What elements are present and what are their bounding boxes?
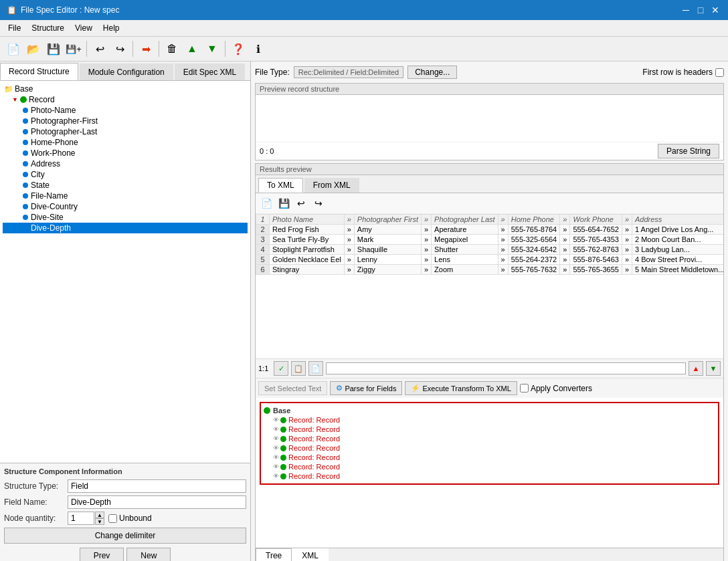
undo-button[interactable]: ↩ [90, 39, 109, 58]
change-file-type-button[interactable]: Change... [407, 66, 457, 79]
set-selected-text-button[interactable]: Set Selected Text [258, 381, 327, 395]
tab-to-xml[interactable]: To XML [258, 178, 303, 193]
xml-record-5[interactable]: 👁 Record: Record [264, 453, 715, 462]
close-button[interactable]: ✕ [709, 4, 721, 16]
result-save-button[interactable]: 💾 [276, 195, 292, 211]
maximize-button[interactable]: □ [695, 4, 707, 16]
xml-record-6[interactable]: 👁 Record: Record [264, 462, 715, 471]
tree-item-home-phone[interactable]: Home-Phone [3, 137, 248, 148]
eye-icon-4: 👁 [273, 445, 279, 451]
table-row: 2 Red Frog Fish » Amy » Aperature » 555-… [256, 225, 724, 235]
delete-button[interactable]: 🗑 [163, 39, 181, 58]
change-delimiter-button[interactable]: Change delimiter [4, 528, 246, 544]
field-label-file-name: File-Name [31, 191, 68, 201]
node-qty-input[interactable] [68, 512, 94, 525]
row5-num: 5 [256, 255, 270, 265]
record-label-3: Record: Record [288, 435, 340, 443]
row5-work: 555-876-5463 [570, 255, 622, 265]
title-bar-controls: ─ □ ✕ [680, 4, 721, 16]
row6-photo: Stingray [270, 265, 345, 275]
tree-item-record[interactable]: ▼ Record [3, 94, 248, 105]
tree-item-photographer-last[interactable]: Photographer-Last [3, 126, 248, 137]
tab-xml[interactable]: XML [292, 548, 329, 561]
first-row-checkbox[interactable] [715, 68, 724, 77]
node-qty-up[interactable]: ▲ [95, 512, 104, 518]
separator-1 [86, 41, 87, 57]
tree-item-dive-depth[interactable]: Dive-Depth [3, 223, 248, 233]
row5-addr: 4 Bow Street Provi... [632, 255, 723, 265]
result-undo-button[interactable]: ↩ [293, 195, 309, 211]
execute-transform-button[interactable]: ⚡ Execute Transform To XML [405, 381, 517, 395]
data-table-container[interactable]: 1 Photo Name » Photographer First » Phot… [256, 214, 723, 358]
menu-help[interactable]: Help [98, 21, 125, 35]
xml-record-2[interactable]: 👁 Record: Record [264, 425, 715, 434]
minimize-button[interactable]: ─ [680, 4, 692, 16]
tab-from-xml[interactable]: From XML [304, 178, 359, 193]
file-type-row: File Type: Rec:Delimited / Field:Delimit… [255, 66, 724, 79]
result-new-button[interactable]: 📄 [258, 195, 274, 211]
record-dot-2 [280, 427, 286, 433]
structure-type-row: Structure Type: [4, 479, 246, 493]
field-name-input[interactable] [68, 495, 246, 509]
row6-home: 555-765-7632 [508, 265, 560, 275]
table-row: 6 Stingray » Ziggy » Zoom » 555-765-7632… [256, 265, 724, 275]
record-expand-icon: ▼ [12, 96, 18, 103]
tree-item-photographer-first[interactable]: Photographer-First [3, 116, 248, 126]
tree-item-state[interactable]: State [3, 180, 248, 191]
apply-converters-checkbox[interactable] [520, 384, 529, 392]
menu-view[interactable]: View [70, 21, 98, 35]
tree-item-work-phone[interactable]: Work-Phone [3, 148, 248, 158]
transform-icon: ⚡ [411, 384, 420, 392]
open-button[interactable]: 📂 [24, 39, 43, 58]
xml-record-4[interactable]: 👁 Record: Record [264, 443, 715, 453]
go-ok-button[interactable]: ✓ [274, 361, 288, 376]
move-down-button[interactable]: ▼ [203, 39, 221, 58]
parse-for-fields-button[interactable]: ⚙ Parse for Fields [330, 381, 402, 395]
tab-edit-spec-xml[interactable]: Edit Spec XML [175, 64, 245, 80]
row3-num: 3 [256, 235, 270, 245]
preview-text-area[interactable] [256, 95, 723, 142]
tree-item-file-name[interactable]: File-Name [3, 191, 248, 201]
menu-file[interactable]: File [3, 21, 26, 35]
tree-item-photo-name[interactable]: Photo-Name [3, 105, 248, 116]
node-qty-down[interactable]: ▼ [95, 518, 104, 525]
result-redo-button[interactable]: ↪ [310, 195, 327, 211]
move-up-button[interactable]: ▲ [183, 39, 201, 58]
field-dot-photo-name [23, 108, 28, 113]
info-button[interactable]: ℹ [249, 39, 268, 58]
tree-item-dive-site[interactable]: Dive-Site [3, 212, 248, 223]
copy-button[interactable]: 📋 [291, 361, 306, 376]
header-home-phone: Home Phone [508, 215, 560, 225]
nav-down-button[interactable]: ▼ [706, 361, 721, 376]
nav-up-button[interactable]: ▲ [689, 361, 703, 376]
eye-icon-3: 👁 [273, 435, 279, 442]
menu-structure[interactable]: Structure [26, 21, 70, 35]
text-field[interactable] [326, 362, 686, 374]
paste-button[interactable]: 📄 [308, 361, 323, 376]
xml-record-1[interactable]: 👁 Record: Record [264, 415, 715, 425]
parse-string-button[interactable]: Parse String [658, 144, 719, 158]
tree-item-base[interactable]: 📁 Base [3, 84, 248, 94]
row6-last: Zoom [432, 265, 498, 275]
structure-type-input[interactable] [68, 479, 246, 493]
new-file-button[interactable]: 📄 [4, 39, 23, 58]
tree-item-city[interactable]: City [3, 169, 248, 180]
xml-record-3[interactable]: 👁 Record: Record [264, 434, 715, 443]
import-button[interactable]: ➡ [136, 39, 155, 58]
prev-button[interactable]: Prev [80, 548, 124, 561]
tab-record-structure[interactable]: Record Structure [0, 63, 78, 80]
row4-photo: Stoplight Parrotfish [270, 245, 345, 255]
new-button[interactable]: New [126, 548, 171, 561]
save-button[interactable]: 💾 [44, 39, 63, 58]
redo-button[interactable]: ↪ [110, 39, 129, 58]
xml-record-7[interactable]: 👁 Record: Record [264, 471, 715, 481]
xml-base-item[interactable]: Base [264, 406, 715, 415]
tab-module-configuration[interactable]: Module Configuration [80, 64, 173, 80]
unbound-checkbox[interactable] [108, 514, 117, 523]
help-button[interactable]: ❓ [229, 39, 248, 58]
save-as-button[interactable]: 💾+ [64, 39, 83, 58]
action-buttons-row: Set Selected Text ⚙ Parse for Fields ⚡ E… [256, 378, 723, 398]
tree-item-address[interactable]: Address [3, 158, 248, 169]
tab-tree[interactable]: Tree [256, 548, 292, 561]
tree-item-dive-country[interactable]: Dive-Country [3, 201, 248, 212]
